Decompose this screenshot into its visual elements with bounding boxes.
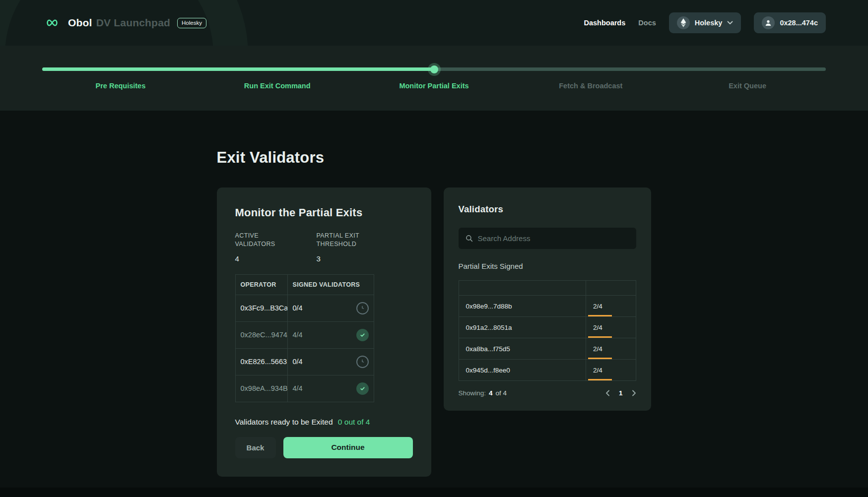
table-row: 0x98eA...934B 4/4: [235, 375, 374, 402]
pending-clock-icon: [356, 302, 369, 314]
stepper-progress-fill: [42, 67, 434, 71]
stepper-track: [42, 67, 826, 71]
step-pre-requisites: Pre Requisites: [42, 82, 199, 90]
nav-link-dashboards[interactable]: Dashboards: [584, 19, 625, 27]
partial-exits-signed-label: Partial Exits Signed: [459, 262, 636, 270]
operators-table: OPERATOR SIGNED VALIDATORS 0x3Fc9...B3Ca…: [235, 274, 374, 402]
stats-row: ACTIVE VALIDATORS 4 PARTIAL EXIT THRESHO…: [235, 232, 413, 263]
signed-count: 2/4: [593, 345, 602, 353]
col-operator: OPERATOR: [235, 274, 287, 295]
current-page-number: 1: [619, 389, 623, 397]
validator-address: 0x98e9...7d88b: [459, 296, 586, 317]
operators-table-header: OPERATOR SIGNED VALIDATORS: [235, 274, 374, 295]
table-row: 0x945d...f8ee0 2/4: [459, 360, 636, 381]
table-row: 0xa8ba...f75d5 2/4: [459, 338, 636, 360]
network-selector-label: Holesky: [695, 19, 723, 27]
validator-address: 0x91a2...8051a: [459, 317, 586, 338]
step-monitor-partial-exits: Monitor Partial Exits: [356, 82, 513, 90]
table-row: 0xE826...5663 0/4: [235, 348, 374, 375]
validator-address: 0xa8ba...f75d5: [459, 338, 586, 360]
search-address-box: [459, 228, 636, 249]
main-content: Exit Validators Monitor the Partial Exit…: [0, 111, 868, 477]
progress-stepper: Pre Requisites Run Exit Command Monitor …: [0, 46, 868, 111]
validators-ready-status: Validators ready to be Exited 0 out of 4: [235, 418, 413, 427]
search-address-input[interactable]: [478, 234, 629, 243]
step-fetch-broadcast: Fetch & Broadcast: [512, 82, 669, 90]
validators-card-title: Validators: [459, 204, 636, 215]
network-badge: Holesky: [177, 18, 206, 28]
pagination: 1: [605, 389, 636, 397]
ready-count: 0 out of 4: [338, 418, 370, 426]
signed-check-icon: [356, 329, 369, 341]
continue-button[interactable]: Continue: [283, 437, 413, 458]
validators-table: 0x98e9...7d88b 2/4 0x91a2...8051a 2/4: [459, 280, 636, 381]
step-run-exit-command: Run Exit Command: [199, 82, 356, 90]
stepper-labels: Pre Requisites Run Exit Command Monitor …: [42, 82, 826, 90]
signed-progress-bar: [588, 379, 612, 380]
brand-title: Obol: [68, 17, 92, 29]
top-nav: Obol DV Launchpad Holesky Dashboards Doc…: [0, 0, 868, 46]
wallet-account-button[interactable]: 0x28...474c: [754, 12, 826, 33]
chevron-down-icon: [727, 21, 733, 25]
ethereum-icon: [677, 16, 690, 29]
table-row: 0x91a2...8051a 2/4: [459, 317, 636, 338]
validator-address: 0x945d...f8ee0: [459, 360, 586, 381]
page-title: Exit Validators: [217, 149, 652, 167]
back-button[interactable]: Back: [235, 437, 276, 458]
bottom-strip: [0, 488, 868, 497]
stat-partial-exit-threshold: PARTIAL EXIT THRESHOLD 3: [317, 232, 398, 263]
nav-actions: Dashboards Docs Holesky: [584, 12, 826, 33]
monitor-card-title: Monitor the Partial Exits: [235, 206, 413, 219]
table-row: 0x28eC...9474 4/4: [235, 321, 374, 348]
signed-count: 2/4: [593, 324, 602, 331]
account-person-icon: [762, 16, 775, 29]
stepper-current-dot: [430, 65, 438, 73]
showing-summary: Showing: 4 of 4: [459, 389, 507, 397]
pending-clock-icon: [356, 356, 369, 368]
prev-page-button[interactable]: [605, 390, 610, 396]
table-row: 0x3Fc9...B3Ca 0/4: [235, 295, 374, 321]
validators-table-header: [459, 281, 636, 296]
stat-active-validators: ACTIVE VALIDATORS 4: [235, 232, 317, 263]
monitor-partial-exits-card: Monitor the Partial Exits ACTIVE VALIDAT…: [217, 187, 431, 477]
signed-count: 2/4: [593, 303, 602, 310]
brand-subtitle: DV Launchpad: [96, 17, 170, 29]
brand-group: Obol DV Launchpad Holesky: [42, 17, 206, 29]
col-signed-validators: SIGNED VALIDATORS: [287, 274, 374, 295]
nav-link-docs[interactable]: Docs: [638, 19, 656, 27]
table-row: 0x98e9...7d88b 2/4: [459, 296, 636, 317]
search-icon: [466, 235, 473, 242]
signed-count: 2/4: [593, 367, 602, 374]
network-selector-button[interactable]: Holesky: [669, 12, 741, 33]
obol-infinity-logo-icon: [42, 17, 62, 29]
signed-check-icon: [356, 382, 369, 395]
step-exit-queue: Exit Queue: [669, 82, 826, 90]
validators-card: Validators Partial Exits Signed: [444, 187, 651, 411]
next-page-button[interactable]: [632, 390, 636, 396]
wallet-address-label: 0x28...474c: [780, 19, 818, 27]
